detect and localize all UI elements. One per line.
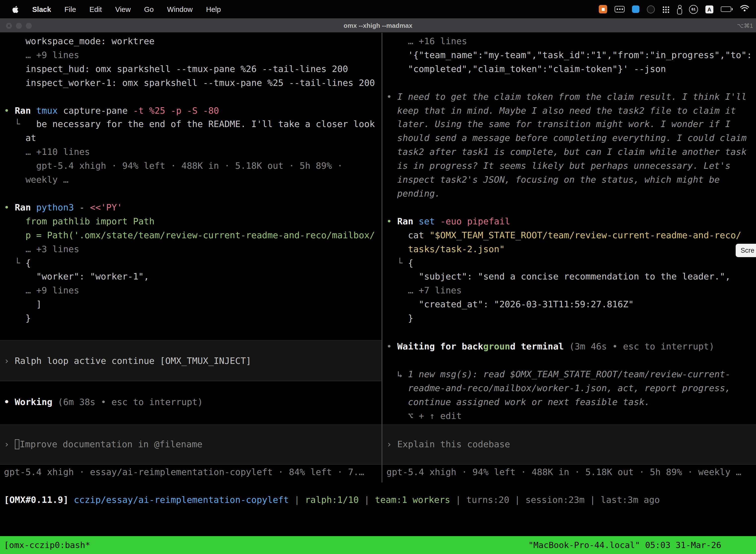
terminal-line: inspect task2's JSON, focusing on the st… [382, 173, 756, 187]
terminal-line: … +3 lines [0, 242, 381, 256]
terminal-line: continue assigned work or next feasible … [382, 395, 756, 409]
menu-view[interactable]: View [115, 5, 131, 13]
terminal-line: ⌥ + ↑ edit [382, 409, 756, 423]
app-icon-dark[interactable] [647, 5, 655, 13]
prompt-chevron: › [4, 439, 15, 449]
terminal-line: "created_at": "2026-03-31T11:59:27.816Z" [382, 297, 756, 311]
terminal-line: └ { [0, 256, 381, 270]
terminal-line: task2 after task1 is complete, but can I… [382, 145, 756, 159]
left-pane-status-line: gpt-5.4 xhigh · essay/ai-reimplementatio… [0, 465, 381, 479]
terminal-line: • Ran python3 - <<'PY' [0, 201, 381, 214]
menu-help[interactable]: Help [206, 5, 221, 13]
tmux-panes: workspace_mode: worktree … +9 lines insp… [0, 33, 756, 483]
menu-file[interactable]: File [64, 5, 76, 13]
right-input-line[interactable]: › Explain this codebase [382, 437, 756, 451]
terminal-line: … +7 lines [382, 284, 756, 297]
terminal-line: later. Using the same for transition mig… [382, 117, 756, 131]
menu-bar: Slack File Edit View Go Window Help 61 A [0, 0, 756, 18]
terminal-line: is in progress? It seems likely but perh… [382, 159, 756, 173]
screen-recording-indicator-icon[interactable] [599, 5, 607, 13]
tmux-host-clock: "MacBook-Pro-44.local" 05:03 31-Mar-26 [528, 540, 721, 550]
terminal-line: '{"team_name":"my-team","task_id":"1","f… [382, 48, 756, 62]
left-scrollback: workspace_mode: worktree … +9 lines insp… [0, 34, 381, 325]
terminal-line [0, 187, 381, 201]
terminal-line [0, 90, 381, 104]
terminal-line: from pathlib import Path [0, 214, 381, 228]
left-input-box[interactable]: › Improve documentation in @filename [0, 425, 381, 465]
stats-figure-icon[interactable] [677, 5, 682, 13]
terminal-line: inspect_worker-1: omx sparkshell --tmux-… [0, 76, 381, 90]
battery-icon[interactable] [721, 6, 733, 12]
pane-right[interactable]: … +16 lines '{"team_name":"my-team","tas… [382, 33, 756, 483]
left-input-placeholder: Improve documentation in @filename [19, 439, 202, 449]
terminal-line: } [0, 311, 381, 325]
tmux-status-bar: [omx-cczip0:bash* "MacBook-Pro-44.local"… [0, 536, 756, 554]
terminal-line: inspect_hud: omx sparkshell --tmux-pane … [0, 62, 381, 76]
right-pane-status-line: gpt-5.4 xhigh · 94% left · 488K in · 5.1… [382, 465, 756, 479]
terminal-line: … +16 lines [382, 34, 756, 48]
terminal-line: should send a message before completing … [382, 131, 756, 145]
screenshot-tooltip: Scre [736, 244, 756, 257]
terminal-line: … +9 lines [0, 284, 381, 297]
terminal-line: "subject": "send a concise recommendatio… [382, 270, 756, 284]
waiting-status-line: • Waiting for background terminal (3m 46… [382, 340, 756, 353]
tmux-session-label: [omx-cczip0:bash* [4, 540, 90, 550]
wifi-icon[interactable] [740, 5, 749, 14]
terminal-line: … +9 lines [0, 48, 381, 62]
window-title: omx --xhigh --madmax [0, 18, 756, 33]
terminal-line: workspace_mode: worktree [0, 34, 381, 48]
launchpad-icon[interactable] [662, 6, 669, 13]
ralph-loop-banner: › Ralph loop active continue [OMX_TMUX_I… [0, 340, 381, 381]
menu-edit[interactable]: Edit [89, 5, 102, 13]
omx-status-line: [OMX#0.11.9] cczip/essay/ai-reimplementa… [0, 493, 756, 507]
input-source-icon[interactable]: A [705, 5, 713, 13]
apple-icon [12, 5, 19, 13]
mailbox-message-block: ↳ 1 new msg(s): read $OMX_TEAM_STATE_ROO… [382, 367, 756, 423]
right-input-box[interactable]: › Explain this codebase [382, 424, 756, 464]
terminal-line: at [0, 131, 381, 145]
battery-gauge-icon[interactable]: 61 [689, 5, 698, 14]
terminal-line: readme-and-reco/mailbox/worker-1.json, a… [382, 381, 756, 395]
terminal-line: "completed","claim_token":"claim-token"}… [382, 62, 756, 76]
terminal-line: • I need to get the claim token from the… [382, 90, 756, 104]
terminal-line: ] [0, 297, 381, 311]
terminal-line [382, 76, 756, 90]
apple-menu[interactable] [12, 5, 19, 13]
right-input-placeholder: Explain this codebase [397, 439, 510, 449]
terminal-line: • Ran set -euo pipefail [382, 214, 756, 228]
keyboard-icon[interactable] [615, 6, 625, 12]
terminal-line: p = Path('.omx/state/team/review-current… [0, 228, 381, 242]
terminal-line: } [382, 311, 756, 325]
text-cursor [15, 439, 19, 449]
terminal-line: └ be necessary for the end of the README… [0, 117, 381, 131]
terminal-line: • Ran tmux capture-pane -t %25 -p -S -80 [0, 104, 381, 117]
terminal-line [382, 201, 756, 214]
terminal-line: "worker": "worker-1", [0, 270, 381, 284]
menu-window[interactable]: Window [167, 5, 193, 13]
terminal-line: pending. [382, 187, 756, 201]
menu-go[interactable]: Go [144, 5, 154, 13]
terminal-line: └ { [382, 256, 756, 270]
prompt-chevron: › [386, 439, 397, 449]
terminal-line: ↳ 1 new msg(s): read $OMX_TEAM_STATE_ROO… [382, 367, 756, 381]
left-input-line[interactable]: › Improve documentation in @filename [0, 437, 381, 451]
terminal-line: cat "$OMX_TEAM_STATE_ROOT/team/review-cu… [382, 228, 756, 242]
terminal-line: gpt-5.4 xhigh · 94% left · 488K in · 5.1… [0, 159, 381, 173]
terminal-line: tasks/task-2.json" [382, 242, 756, 256]
screen: Slack File Edit View Go Window Help 61 A [0, 0, 756, 554]
right-scrollback: … +16 lines '{"team_name":"my-team","tas… [382, 34, 756, 325]
working-status-line: • Working (6m 38s • esc to interrupt) [0, 395, 381, 409]
terminal-line: weekly … [0, 173, 381, 187]
app-menu-slack[interactable]: Slack [32, 5, 51, 13]
app-icon-blue[interactable] [632, 5, 639, 13]
ralph-loop-line: › Ralph loop active continue [OMX_TMUX_I… [0, 354, 381, 368]
terminal-line: keep that in mind. Maybe I also need the… [382, 104, 756, 117]
window-shortcut-hint: ⌥⌘1 [737, 18, 753, 33]
title-bar[interactable]: x omx --xhigh --madmax ⌥⌘1 [0, 18, 756, 33]
terminal-window: x omx --xhigh --madmax ⌥⌘1 workspace_mod… [0, 18, 756, 554]
pane-left[interactable]: workspace_mode: worktree … +9 lines insp… [0, 33, 381, 483]
terminal-line: … +110 lines [0, 145, 381, 159]
